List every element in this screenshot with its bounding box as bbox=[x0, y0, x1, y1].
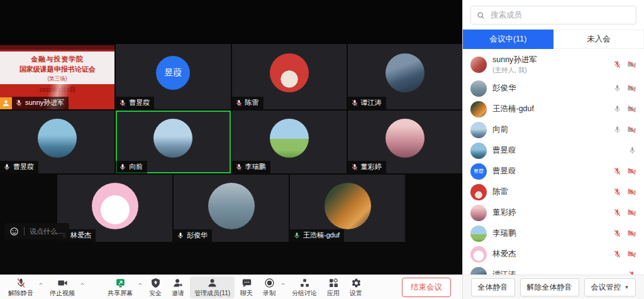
video-tile[interactable]: 李瑞鹏 bbox=[232, 111, 347, 173]
mute-all-button[interactable]: 全体静音 bbox=[471, 278, 515, 296]
participants-panel: 会议中(11)未入会 sunny孙进军 (主持人, 我) 彭俊华 王浩楠-gdu… bbox=[462, 0, 644, 299]
caret-up-icon[interactable] bbox=[137, 281, 143, 287]
toolbar-item-chat[interactable]: 聊天 bbox=[236, 276, 257, 298]
participant-meta: 董彩婷 bbox=[492, 207, 516, 218]
avatar bbox=[470, 205, 487, 221]
toolbar-item-record[interactable]: 录制 bbox=[258, 276, 286, 298]
video-tile[interactable]: 谭江涛 bbox=[348, 44, 462, 109]
toolbar-item-share-screen[interactable]: 共享屏幕 bbox=[103, 276, 143, 298]
participant-status-icons bbox=[613, 208, 636, 217]
participant-row[interactable]: 林爱杰 bbox=[463, 244, 644, 264]
participant-row[interactable]: 王浩楠-gduf bbox=[463, 99, 644, 119]
participant-row[interactable]: 曹昱葭 bbox=[463, 140, 644, 161]
toolbar-item-settings-gear[interactable]: 设置 bbox=[345, 276, 367, 298]
toolbar-item-label: 设置 bbox=[350, 289, 362, 298]
camera-off-icon bbox=[627, 229, 636, 238]
avatar bbox=[270, 53, 309, 92]
caret-up-icon[interactable] bbox=[280, 281, 286, 287]
breakout-rooms-icon bbox=[299, 278, 310, 288]
mic-on-icon bbox=[613, 126, 621, 134]
participant-row[interactable]: 谭江涛 bbox=[463, 264, 644, 275]
avatar bbox=[208, 183, 255, 229]
camera-off-icon bbox=[627, 249, 636, 259]
video-tile[interactable]: 陈雷 bbox=[232, 44, 347, 109]
mic-on-icon bbox=[613, 105, 621, 113]
toolbar-item-manage-members[interactable]: 管理成员(11) bbox=[190, 276, 235, 298]
participant-meta: 陈雷 bbox=[492, 187, 508, 197]
share-screen-icon bbox=[115, 278, 126, 288]
participant-status-icons bbox=[613, 104, 636, 114]
toolbar-item-stop-video[interactable]: 停止视频 bbox=[45, 276, 86, 298]
search-input[interactable] bbox=[489, 10, 630, 20]
video-tile[interactable]: 董彩婷 bbox=[348, 111, 462, 173]
toolbar-item-label: 分组讨论 bbox=[292, 289, 317, 298]
participant-row[interactable]: 昱葭 曹昱葭 bbox=[463, 161, 644, 182]
video-tile[interactable]: 彭俊华 bbox=[174, 175, 289, 242]
participant-meta: 林爱杰 bbox=[492, 249, 516, 259]
unmute-all-button[interactable]: 解除全体静音 bbox=[520, 278, 579, 296]
end-meeting-button[interactable]: 结束会议 bbox=[402, 278, 451, 297]
chat-quick-input[interactable]: 说点什么... bbox=[4, 223, 69, 239]
video-tile[interactable]: 林爱杰 bbox=[57, 175, 172, 242]
smiley-icon[interactable] bbox=[9, 227, 19, 236]
participant-meta: 李瑞鹏 bbox=[492, 228, 516, 239]
slide-date: 2022年3月3日 bbox=[0, 86, 114, 94]
toolbar-item-apps[interactable]: 应用 bbox=[323, 276, 344, 298]
tile-name-label: sunny孙进军 bbox=[12, 97, 69, 109]
tile-name: sunny孙进军 bbox=[25, 98, 64, 107]
participant-row[interactable]: sunny孙进军 (主持人, 我) bbox=[463, 51, 644, 78]
mic-muted-icon bbox=[235, 163, 243, 171]
participant-row[interactable]: 彭俊华 bbox=[463, 78, 644, 99]
participant-name: 陈雷 bbox=[492, 187, 508, 197]
tile-name: 王浩楠-gduf bbox=[303, 231, 340, 240]
toolbar-item-security-shield[interactable]: 安全 bbox=[145, 276, 166, 298]
caret-up-icon[interactable] bbox=[38, 281, 44, 287]
participant-row[interactable]: 董彩婷 bbox=[463, 202, 644, 223]
toolbar-item-body: 聊天 bbox=[236, 276, 257, 298]
toolbar-item-label: 安全 bbox=[149, 289, 162, 298]
invite-icon bbox=[173, 278, 184, 288]
toolbar-item-label: 录制 bbox=[263, 289, 275, 298]
chat-icon bbox=[242, 278, 252, 288]
search-area bbox=[463, 0, 644, 30]
video-tile-host[interactable]: 金融与投资学院 国家级课题申报书论证会 (第三场) 2022年3月3日 sunn… bbox=[0, 44, 114, 109]
avatar bbox=[470, 80, 487, 97]
avatar bbox=[470, 246, 487, 263]
participant-name: 林爱杰 bbox=[492, 249, 516, 259]
toolbar-item-label: 停止视频 bbox=[50, 289, 75, 298]
participant-row[interactable]: 向前 bbox=[463, 119, 644, 140]
avatar bbox=[270, 119, 309, 158]
avatar bbox=[470, 101, 487, 117]
toolbar-item-invite[interactable]: 邀请 bbox=[167, 276, 189, 298]
toolbar-item-body: 邀请 bbox=[167, 276, 189, 298]
mic-muted-icon bbox=[235, 99, 243, 107]
tile-name-label: 王浩楠-gduf bbox=[290, 229, 344, 242]
meeting-control-button[interactable]: 会议管控 ▼ bbox=[584, 278, 636, 296]
tab-not-joined[interactable]: 未入会 bbox=[553, 30, 644, 49]
video-tile[interactable]: 曹昱葭 bbox=[0, 111, 114, 173]
caret-up-icon[interactable] bbox=[79, 281, 86, 287]
mic-muted-icon bbox=[613, 167, 621, 175]
tab-in-meeting[interactable]: 会议中(11) bbox=[463, 30, 553, 49]
video-tile[interactable]: 王浩楠-gduf bbox=[290, 175, 405, 242]
toolbar-item-unmute-mic[interactable]: 解除静音 bbox=[4, 276, 44, 298]
participant-row[interactable]: 陈雷 bbox=[463, 182, 644, 202]
search-box[interactable] bbox=[470, 6, 636, 24]
person-icon bbox=[2, 99, 10, 107]
tile-name: 彭俊华 bbox=[187, 231, 208, 240]
chat-input-placeholder[interactable]: 说点什么... bbox=[30, 227, 63, 236]
tile-name: 李瑞鹏 bbox=[245, 162, 266, 171]
participant-meta: 曹昱葭 bbox=[492, 145, 516, 156]
caret-down-icon: ▼ bbox=[625, 285, 630, 290]
video-tile[interactable]: 昱葭 曹昱葭 bbox=[116, 44, 230, 109]
video-tile-selected[interactable]: 向前 bbox=[116, 111, 230, 173]
tile-name-label: 曹昱葭 bbox=[116, 97, 154, 109]
avatar bbox=[470, 143, 487, 159]
footer-button-label: 解除全体静音 bbox=[527, 282, 572, 293]
participant-row[interactable]: 李瑞鹏 bbox=[463, 223, 644, 244]
camera-off-icon bbox=[627, 125, 636, 134]
slide-title-line1: 金融与投资学院 bbox=[0, 55, 114, 64]
camera-off-icon bbox=[627, 84, 636, 93]
avatar bbox=[470, 57, 487, 73]
toolbar-item-breakout-rooms[interactable]: 分组讨论 bbox=[287, 276, 321, 298]
